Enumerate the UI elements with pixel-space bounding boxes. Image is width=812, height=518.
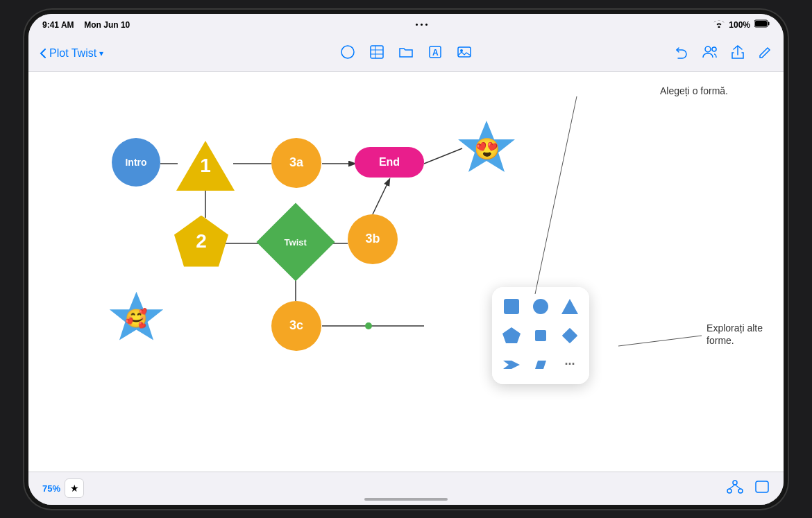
circle-3a-shape[interactable]: 3a	[271, 138, 321, 188]
svg-marker-34	[535, 361, 546, 369]
diamond-shape[interactable]: Twist	[256, 202, 335, 281]
star-bottom-emoji: 🥰	[125, 307, 147, 329]
battery-status: 100%	[729, 20, 750, 30]
hierarchy-icon[interactable]	[727, 480, 743, 497]
picker-more[interactable]: ···	[557, 352, 582, 377]
toolbar: Plot Twist ▾ A	[28, 36, 784, 72]
circle-3c-label: 3c	[289, 318, 303, 333]
chevron-down-icon[interactable]: ▾	[99, 49, 103, 58]
svg-point-39	[738, 489, 743, 493]
back-label: Plot Twist	[49, 47, 96, 60]
pentagon2-label: 2	[196, 230, 207, 252]
share-icon[interactable]	[731, 44, 745, 63]
status-bar: 9:41 AM Mon Jun 10 100%	[28, 14, 784, 36]
picker-diamond[interactable]	[557, 323, 582, 348]
svg-marker-29	[561, 299, 578, 314]
intro-shape[interactable]: Intro	[112, 138, 160, 187]
status-date: Mon Jun 10	[84, 20, 130, 30]
text-icon[interactable]: A	[428, 44, 443, 63]
home-indicator	[364, 498, 448, 501]
triangle1-shape[interactable]: 1	[178, 138, 233, 193]
wifi-icon	[713, 19, 725, 30]
svg-rect-27	[504, 299, 519, 314]
annotation-bottom-label: Explorați alteforme.	[707, 322, 763, 347]
status-left: 9:41 AM Mon Jun 10	[42, 20, 130, 30]
circle-3b-label: 3b	[365, 232, 380, 246]
ipad-screen: 9:41 AM Mon Jun 10 100%	[28, 14, 784, 505]
status-right: 100%	[713, 19, 770, 30]
back-button[interactable]: Plot Twist	[40, 47, 96, 60]
undo-icon[interactable]	[674, 44, 689, 63]
status-dots	[416, 24, 428, 26]
shapes-icon[interactable]	[340, 44, 355, 63]
star-bottom-shape[interactable]: 🥰	[101, 284, 171, 353]
svg-point-37	[733, 481, 737, 485]
picker-small-square[interactable]	[528, 323, 553, 348]
star-emoji-shape[interactable]: 😍	[452, 114, 521, 183]
svg-rect-1	[768, 22, 770, 26]
table-icon[interactable]	[369, 44, 384, 63]
svg-rect-42	[756, 481, 768, 492]
svg-line-35	[535, 96, 577, 294]
svg-line-36	[618, 336, 702, 346]
picker-pentagon[interactable]	[499, 323, 524, 348]
shape-picker-panel[interactable]: ···	[492, 287, 589, 384]
toolbar-left: Plot Twist ▾	[40, 47, 284, 60]
zoom-star-icon: ★	[70, 483, 79, 494]
circle-3b-shape[interactable]: 3b	[348, 214, 398, 264]
picker-triangle[interactable]	[557, 294, 582, 319]
toolbar-center: A	[284, 44, 528, 63]
svg-rect-4	[371, 46, 383, 58]
triangle1-label: 1	[200, 155, 211, 177]
svg-marker-30	[502, 327, 521, 343]
image-icon[interactable]	[457, 44, 472, 63]
star-emoji-top: 😍	[474, 136, 500, 160]
ipad-frame: 9:41 AM Mon Jun 10 100%	[24, 10, 788, 509]
connectors-svg	[28, 72, 784, 472]
zoom-star-button[interactable]: ★	[65, 478, 84, 498]
pentagon2-shape[interactable]: 2	[174, 216, 228, 267]
bottom-right	[727, 480, 770, 497]
svg-line-21	[373, 180, 389, 214]
picker-parallelogram[interactable]	[528, 352, 553, 377]
toolbar-right	[528, 44, 772, 63]
svg-rect-10	[458, 47, 471, 57]
picker-more-label: ···	[564, 357, 575, 372]
svg-point-3	[341, 46, 354, 58]
svg-rect-31	[535, 330, 546, 341]
picker-square[interactable]	[499, 294, 524, 319]
window-icon[interactable]	[754, 480, 770, 497]
svg-rect-2	[755, 21, 767, 26]
diamond-label: Twist	[285, 236, 307, 247]
status-time: 9:41 AM	[42, 20, 74, 30]
canvas-area: Intro 1 3a End	[28, 72, 784, 472]
circle-3c-shape[interactable]: 3c	[271, 301, 321, 351]
svg-marker-33	[503, 361, 520, 369]
svg-point-12	[705, 46, 711, 52]
svg-text:A: A	[432, 48, 439, 58]
svg-line-40	[729, 485, 735, 489]
svg-point-24	[365, 322, 372, 329]
edit-icon[interactable]	[757, 44, 772, 63]
battery-icon	[754, 19, 770, 30]
zoom-area: 75% ★	[42, 478, 84, 498]
zoom-level[interactable]: 75%	[42, 483, 60, 494]
svg-point-38	[727, 489, 731, 493]
collab-icon[interactable]	[702, 44, 718, 63]
annotation-lines	[28, 72, 784, 472]
pentagon-body: 2	[174, 216, 228, 267]
svg-point-28	[533, 299, 548, 314]
circle-3a-label: 3a	[289, 155, 303, 170]
svg-rect-32	[562, 327, 578, 343]
intro-label: Intro	[125, 157, 146, 168]
triangle-body: 1	[176, 141, 235, 191]
end-shape[interactable]: End	[355, 147, 424, 178]
svg-point-13	[712, 47, 716, 51]
picker-circle[interactable]	[528, 294, 553, 319]
picker-chevron[interactable]	[499, 352, 524, 377]
folder-icon[interactable]	[398, 44, 414, 63]
svg-line-41	[735, 485, 741, 489]
annotation-top-label: Alegeți o formă.	[660, 85, 728, 97]
end-label: End	[379, 156, 400, 169]
